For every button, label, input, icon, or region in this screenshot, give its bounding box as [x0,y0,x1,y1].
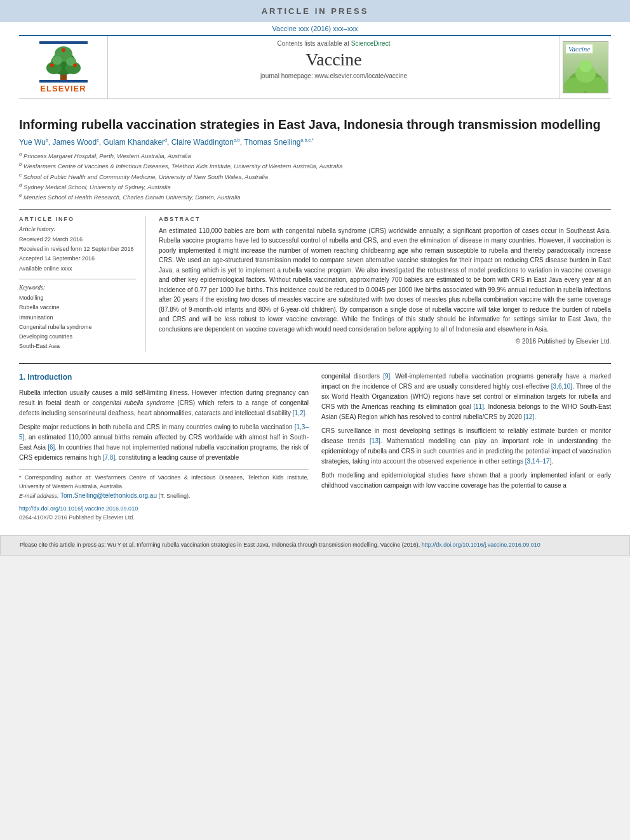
ref-11[interactable]: [11] [473,403,484,410]
affiliation-b: b Wesfarmers Centre of Vaccines & Infect… [19,161,611,171]
authors-line: Yue Wub, James Woodc, Gulam Khandakerd, … [19,138,611,147]
abstract-copyright: © 2016 Published by Elsevier Ltd. [159,338,611,345]
keyword-rubella-vaccine: Rubella vaccine [19,303,136,312]
keyword-immunisation: Immunisation [19,313,136,323]
author-thomas-snelling: Thomas Snelling [244,138,300,147]
elsevier-brand-text: ELSEVIER [40,84,86,93]
footer-citation: Please cite this article in press as: Wu… [0,535,630,556]
intro-text-left: Rubella infection usually causes a mild … [19,388,309,463]
footer-cite-link[interactable]: http://dx.doi.org/10.1016/j.vaccine.2016… [422,542,540,548]
svg-point-8 [73,63,77,67]
elsevier-tree-icon [38,41,89,83]
ref-1-2[interactable]: [1,2] [293,410,305,417]
ref-13[interactable]: [13] [370,437,380,444]
svg-rect-10 [39,41,88,44]
footnote-corresponding: * Corresponding author at: Wesfarmers Ce… [19,474,309,491]
author-gulam-khandaker: Gulam Khandaker [103,138,164,147]
vaccine-logo-box: Vaccine [563,41,608,93]
intro-col-right: congenital disorders [9]. Well-implement… [321,371,611,523]
ref-12[interactable]: [12] [524,413,535,420]
ref-9[interactable]: [9] [383,373,390,380]
keyword-developing-countries: Developing countries [19,332,136,342]
intro-para-1: Rubella infection usually causes a mild … [19,388,309,418]
intro-para-r1: congenital disorders [9]. Well-implement… [321,371,611,422]
keyword-modelling: Modelling [19,293,136,303]
email-link[interactable]: Tom.Snelling@telethonkids.org.au [60,492,157,499]
svg-point-7 [50,63,54,67]
affiliations: a Princess Margaret Hospital, Perth, Wes… [19,150,611,203]
introduction-title: 1. Introduction [19,371,309,383]
intro-col-left: 1. Introduction Rubella infection usuall… [19,371,309,523]
keywords-list: Modelling Rubella vaccine Immunisation C… [19,293,136,352]
svg-point-5 [52,56,62,65]
vaccine-logo-section: Vaccine [560,36,611,98]
history-received: Received 22 March 2016 [19,235,136,244]
article-title: Informing rubella vaccination strategies… [19,116,611,133]
affiliation-a: a Princess Margaret Hospital, Perth, Wes… [19,150,611,161]
article-in-press-banner: ARTICLE IN PRESS [0,0,630,22]
intro-para-2: Despite major reductions in both rubella… [19,422,309,463]
article-history-items: Received 22 March 2016 Received in revis… [19,235,136,274]
journal-link-text[interactable]: Vaccine xxx (2016) xxx–xxx [272,25,358,32]
introduction-two-col: 1. Introduction Rubella infection usuall… [19,371,611,523]
intro-text-right: congenital disorders [9]. Well-implement… [321,371,611,491]
ref-3-14-17[interactable]: [3,14–17] [525,458,552,465]
history-revised: Received in revised form 12 September 20… [19,244,136,254]
svg-point-9 [62,48,65,52]
intro-label: Introduction [27,373,72,382]
abstract-column: ABSTRACT An estimated 110,000 babies are… [159,216,611,352]
footer-cite-text: Wu Y et al. Informing rubella vaccinatio… [107,542,420,548]
article-info-header: ARTICLE INFO [19,216,136,222]
contents-available-text: Contents lists available at ScienceDirec… [114,40,553,47]
journal-title: Vaccine [114,50,553,70]
article-history-label: Article history: [19,226,136,232]
abstract-header: ABSTRACT [159,216,611,222]
author-claire-waddington: Claire Waddington [171,138,234,147]
intro-para-r3: Both modelling and epidemiological studi… [321,470,611,491]
intro-number: 1. [19,373,25,382]
footnote-email: E-mail address: Tom.Snelling@telethonkid… [19,491,309,501]
history-accepted: Accepted 14 September 2016 [19,254,136,263]
divider [19,279,136,279]
keyword-crs: Congenital rubella syndrome [19,323,136,332]
history-online: Available online xxxx [19,264,136,274]
author-yue-wu: Yue Wu [19,138,46,147]
page-wrapper: ARTICLE IN PRESS Vaccine xxx (2016) xxx–… [0,0,630,556]
keywords-label: Keywords: [19,284,136,291]
affiliation-d: d Sydney Medical School, University of S… [19,182,611,192]
elsevier-logo-section: ELSEVIER [19,36,108,98]
ref-3-6-10[interactable]: [3,6,10] [551,383,572,390]
article-info-abstract-section: ARTICLE INFO Article history: Received 2… [19,209,611,352]
svg-rect-11 [39,80,88,83]
svg-point-16 [579,60,592,72]
main-content: Informing rubella vaccination strategies… [0,99,630,529]
keywords-section: Keywords: Modelling Rubella vaccine Immu… [19,284,136,352]
author-james-wood: James Wood [52,138,97,147]
doi-links: http://dx.doi.org/10.1016/j.vaccine.2016… [19,505,309,523]
article-info-column: ARTICLE INFO Article history: Received 2… [19,216,146,352]
abstract-text: An estimated 110,000 babies are born wit… [159,226,611,335]
affiliation-c: c School of Public Health and Community … [19,171,611,182]
footnotes-section: * Corresponding author at: Wesfarmers Ce… [19,469,309,501]
ref-7-8[interactable]: [7,8] [103,454,115,461]
journal-homepage: journal homepage: www.elsevier.com/locat… [114,72,553,79]
journal-link-line: Vaccine xxx (2016) xxx–xxx [0,22,630,35]
banner-text: ARTICLE IN PRESS [262,6,369,16]
introduction-section: 1. Introduction Rubella infection usuall… [19,363,611,523]
ref-1-3-5[interactable]: [1,3–5] [19,423,309,441]
vaccine-logo-text: Vaccine [566,44,593,53]
affiliation-e: e Menzies School of Health Research, Cha… [19,192,611,202]
sciencedirect-link[interactable]: ScienceDirect [351,40,391,47]
ref-6[interactable]: [6] [48,444,55,451]
journal-title-section: Contents lists available at ScienceDirec… [108,36,560,98]
keyword-sea: South-East Asia [19,342,136,351]
vaccine-plant-icon [563,55,608,93]
footer-cite-label: Please cite this article in press as: [20,542,106,548]
intro-para-r2: CRS surveillance in most developing sett… [321,426,611,467]
journal-header: ELSEVIER Contents lists available at Sci… [19,35,611,99]
doi-line-1[interactable]: http://dx.doi.org/10.1016/j.vaccine.2016… [19,505,309,514]
doi-copyright: 0264-410X/© 2016 Published by Elsevier L… [19,514,309,523]
